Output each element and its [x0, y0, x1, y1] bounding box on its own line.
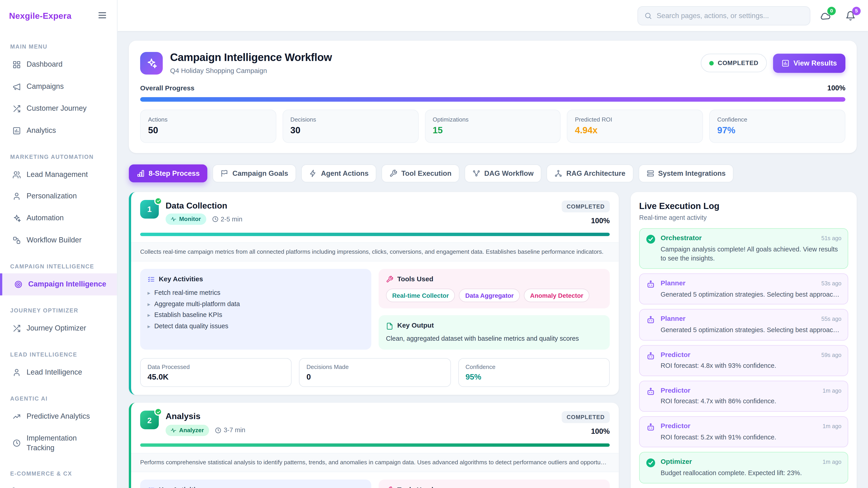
log-entry: Predictor 1m ago ROI forecast: 5.2x with… — [639, 416, 848, 448]
sidebar-item-icon — [12, 83, 21, 91]
sidebar-item-label: Journey Optimizer — [27, 324, 86, 333]
tab-system-integrations[interactable]: System Integrations — [638, 164, 734, 182]
stat-card-decisions: Decisions 30 — [282, 109, 418, 143]
step-complete-check-icon — [154, 408, 162, 416]
sidebar-item-item[interactable] — [7, 481, 110, 488]
stat-card-optimizations: Optimizations 15 — [425, 109, 561, 143]
search-input[interactable] — [657, 11, 804, 20]
stat-value: 97% — [717, 125, 837, 137]
log-entry: Predictor 1m ago ROI forecast: 4.7x with… — [639, 381, 848, 412]
sidebar-section-label: LEAD INTELLIGENCE — [10, 351, 107, 358]
tab-label: 8-Step Process — [149, 169, 200, 177]
sidebar-section-label: CAMPAIGN INTELLIGENCE — [10, 263, 107, 270]
step-title: Data Collection — [166, 200, 243, 211]
sidebar-item-campaign-intelligence[interactable]: Campaign Intelligence — [0, 273, 117, 295]
page-subtitle: Q4 Holiday Shopping Campaign — [170, 66, 693, 75]
sidebar-item-workflow-builder[interactable]: Workflow Builder — [7, 230, 110, 252]
bot-icon — [646, 422, 656, 432]
sidebar-item-lead-management[interactable]: Lead Management — [7, 164, 110, 186]
tool-chip-anomaly-detector: Anomaly Detector — [524, 289, 590, 302]
sidebar-item-journey-optimizer[interactable]: Journey Optimizer — [7, 318, 110, 339]
tab-dag-workflow[interactable]: DAG Workflow — [465, 164, 541, 182]
sidebar-section-label: JOURNEY OPTIMIZER — [10, 307, 107, 314]
app: Nexgile-Expera MAIN MENU Dashboard Campa… — [0, 0, 868, 488]
step-role-label: Analyzer — [179, 426, 204, 434]
sidebar-item-icon — [12, 412, 21, 421]
checklist-icon — [148, 275, 155, 283]
tab-icon — [390, 169, 397, 177]
sidebar-item-lead-intelligence[interactable]: Lead Intelligence — [7, 361, 110, 383]
tab-tool-execution[interactable]: Tool Execution — [381, 164, 459, 182]
sidebar-item-icon — [12, 104, 21, 113]
view-results-button[interactable]: View Results — [773, 54, 845, 73]
sidebar-item-label: Campaign Intelligence — [28, 280, 106, 289]
sidebar-item-label: Customer Journey — [27, 104, 87, 113]
step-metric-data-processed: Data Processed 45.0K — [140, 358, 292, 387]
sidebar-item-label: Workflow Builder — [27, 236, 82, 245]
step-role-badge: Analyzer — [166, 425, 209, 436]
key-output-title: Key Output — [397, 322, 434, 330]
pulse-icon — [170, 427, 176, 433]
sidebar-item-customer-journey[interactable]: Customer Journey — [7, 98, 110, 120]
stat-label: Optimizations — [433, 116, 553, 123]
metric-value: 45.0K — [148, 372, 285, 382]
tab-campaign-goals[interactable]: Campaign Goals — [213, 164, 296, 182]
key-activity-item: Detect data quality issues — [148, 321, 364, 332]
key-activities-title: Key Activities — [159, 486, 203, 488]
sidebar-item-automation[interactable]: Automation — [7, 207, 110, 229]
sidebar-item-personalization[interactable]: Personalization — [7, 186, 110, 207]
sidebar-item-predictive-analytics[interactable]: Predictive Analytics — [7, 405, 110, 427]
sidebar-section-items — [7, 481, 110, 488]
search-box[interactable] — [638, 6, 810, 25]
check-circle-icon — [646, 234, 656, 244]
metric-value: 95% — [465, 372, 602, 382]
cloud-sync-button[interactable]: 0 — [816, 6, 835, 25]
steps-column: 1 Data Collection Monitor 2-5 min — [129, 192, 619, 488]
key-activity-item: Establish baseline KPIs — [148, 310, 364, 321]
log-agent-name: Planner — [661, 315, 686, 324]
sidebar-section: CAMPAIGN INTELLIGENCE Campaign Intellige… — [7, 263, 110, 295]
chevron-bullet-icon — [148, 311, 151, 319]
pulse-icon — [170, 217, 176, 222]
key-output-text: Clean, aggregated dataset with baseline … — [386, 334, 602, 343]
notifications-button[interactable]: 5 — [841, 6, 860, 25]
sidebar-item-analytics[interactable]: Analytics — [7, 120, 110, 141]
overall-progress-label: Overall Progress — [140, 84, 194, 93]
log-agent-name: Predictor — [661, 422, 690, 431]
log-agent-name: Predictor — [661, 386, 690, 395]
sidebar-section-items: Dashboard Campaigns Customer Journey Ana… — [7, 54, 110, 142]
sidebar-section: AGENTIC AI Predictive Analytics Implemen… — [7, 395, 110, 459]
wrench-icon — [386, 275, 394, 283]
log-agent-name: Orchestrator — [661, 234, 702, 242]
bot-icon — [646, 280, 656, 289]
sidebar-item-dashboard[interactable]: Dashboard — [7, 54, 110, 76]
step-role-badge: Monitor — [166, 214, 206, 225]
step-metric-confidence: Confidence 95% — [458, 358, 610, 387]
key-activity-text: Detect data quality issues — [154, 322, 228, 330]
stat-label: Confidence — [717, 116, 837, 123]
tab-8-step-process[interactable]: 8-Step Process — [129, 164, 208, 182]
sidebar: Nexgile-Expera MAIN MENU Dashboard Campa… — [0, 0, 118, 488]
tab-agent-actions[interactable]: Agent Actions — [301, 164, 376, 182]
log-agent-name: Optimizer — [661, 458, 692, 466]
tab-rag-architecture[interactable]: RAG Architecture — [547, 164, 633, 182]
sidebar-toggle-button[interactable] — [97, 10, 108, 22]
sidebar-item-label: Predictive Analytics — [27, 412, 90, 421]
sidebar-item-campaigns[interactable]: Campaigns — [7, 76, 110, 98]
sidebar-item-implementation-tracking[interactable]: Implementation Tracking — [7, 427, 110, 459]
overall-progress-fill — [140, 97, 845, 101]
tab-icon — [221, 169, 228, 177]
workflow-status-label: COMPLETED — [718, 59, 758, 67]
cloud-badge: 0 — [827, 6, 836, 15]
sidebar-item-icon — [12, 236, 21, 245]
tools-list: Real-time Collector Data Aggregator Anom… — [386, 289, 602, 302]
sidebar-item-label: Automation — [27, 214, 64, 223]
key-output-box: Key Output Clean, aggregated dataset wit… — [379, 315, 610, 350]
sidebar-section-items: Lead Intelligence — [7, 361, 110, 383]
step-metrics: Data Processed 45.0K Decisions Made 0 Co… — [131, 357, 619, 395]
log-message: Budget reallocation complete. Expected l… — [661, 468, 842, 478]
log-timestamp: 59s ago — [822, 351, 842, 359]
step-progress-fill — [140, 233, 610, 236]
step-description: Performs comprehensive statistical analy… — [131, 453, 619, 472]
menu-icon — [97, 10, 107, 20]
